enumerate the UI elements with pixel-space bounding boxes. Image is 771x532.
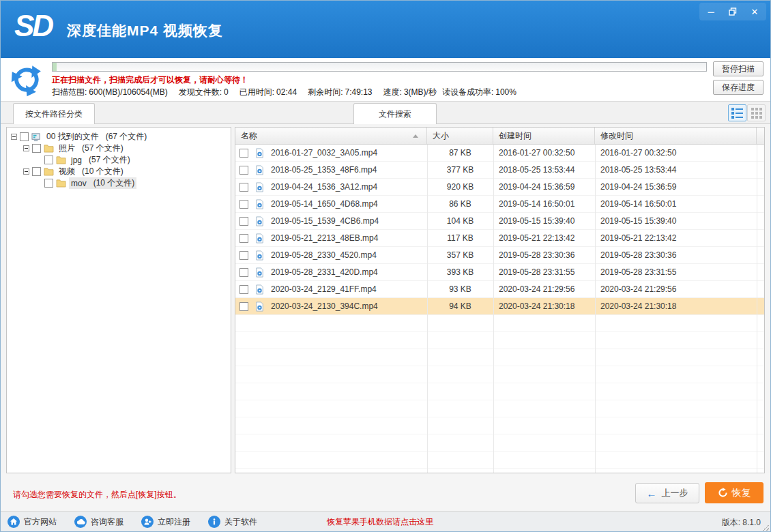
version-text: 版本: 8.1.0 (722, 517, 761, 529)
video-file-icon (254, 216, 265, 226)
tree-label: 照片(57 个文件) (57, 143, 126, 154)
close-button[interactable]: ✕ (744, 4, 765, 19)
app-title: 深度佳能MP4 视频恢复 (67, 21, 223, 40)
row-checkbox[interactable] (239, 166, 248, 175)
table-row[interactable]: 2019-05-21_2213_48EB.mp4 117 KB 2019-05-… (235, 230, 764, 247)
video-file-icon (254, 233, 265, 243)
column-header-name[interactable]: 名称 (235, 128, 427, 144)
tree-label: 00 找到的文件(67 个文件) (44, 131, 149, 143)
stat-read-success: 读设备成功率:100% (442, 87, 517, 98)
row-checkbox[interactable] (239, 234, 248, 243)
tree-checkbox[interactable] (44, 156, 53, 164)
row-checkbox[interactable] (239, 149, 248, 158)
table-row[interactable]: 2019-05-15_1539_4CB6.mp4 104 KB 2019-05-… (235, 213, 764, 230)
refresh-icon (718, 488, 728, 498)
grid-view-icon (751, 107, 763, 119)
restore-button[interactable] (723, 4, 743, 19)
file-created-time: 2019-04-24 15:36:59 (493, 182, 595, 192)
stat-speed: 速度:3(MB)/秒 (383, 87, 437, 98)
restore-icon (729, 8, 737, 16)
file-name: 2019-05-14_1650_4D68.mp4 (271, 199, 378, 209)
row-checkbox[interactable] (239, 285, 248, 294)
file-name: 2020-03-24_2130_394C.mp4 (271, 301, 378, 311)
scan-status-text: 正在扫描文件，扫描完成后才可以恢复，请耐心等待！ (52, 74, 248, 86)
tree-checkbox[interactable] (20, 132, 29, 141)
row-checkbox[interactable] (239, 217, 248, 226)
table-row[interactable]: 2018-05-25_1353_48F6.mp4 377 KB 2018-05-… (235, 162, 764, 179)
grid-view-button[interactable] (747, 104, 766, 121)
empty-row (235, 383, 764, 400)
tree-checkbox[interactable] (32, 144, 41, 153)
row-checkbox[interactable] (239, 251, 248, 260)
stat-files-found: 发现文件数:0 (179, 87, 229, 98)
row-checkbox[interactable] (239, 268, 248, 277)
tree-item-jpg[interactable]: jpg(57 个文件) (7, 154, 231, 166)
empty-row (235, 400, 764, 417)
tree-item-mov[interactable]: mov(10 个文件) (7, 177, 231, 189)
tab-by-file-path[interactable]: 按文件路径分类 (13, 103, 95, 124)
folder-icon (56, 179, 66, 188)
scan-progress-bar (52, 62, 707, 72)
file-name: 2019-04-24_1536_3A12.mp4 (271, 182, 377, 192)
file-created-time: 2018-05-25 13:53:44 (493, 165, 595, 175)
back-button[interactable]: ← 上一步 (635, 483, 699, 503)
row-checkbox[interactable] (239, 183, 248, 192)
tree-item-root[interactable]: 00 找到的文件(67 个文件) (7, 131, 231, 143)
column-header-size[interactable]: 大小 (427, 128, 493, 144)
tab-file-search[interactable]: 文件搜索 (353, 103, 437, 124)
tree-expander[interactable] (23, 145, 29, 151)
resize-grip[interactable] (763, 524, 769, 531)
row-checkbox[interactable] (239, 200, 248, 209)
file-modified-time: 2019-04-24 15:36:59 (595, 182, 757, 192)
tree-label-selected: mov(10 个文件) (69, 177, 136, 189)
tree-label: 视频(10 个文件) (57, 166, 126, 177)
register-link[interactable]: 立即注册 (141, 516, 190, 528)
column-header-modified[interactable]: 修改时间 (595, 128, 757, 144)
file-name: 2019-05-28_2331_420D.mp4 (271, 267, 378, 277)
about-software-link[interactable]: 关于软件 (208, 516, 257, 528)
column-header-created[interactable]: 创建时间 (493, 128, 595, 144)
window-controls: ─ ✕ (699, 3, 766, 20)
tree-expander[interactable] (23, 168, 29, 175)
minimize-button[interactable]: ─ (701, 4, 721, 19)
table-row[interactable]: 2020-03-24_2129_41FF.mp4 93 KB 2020-03-2… (235, 281, 764, 298)
folder-icon (56, 156, 66, 164)
table-row[interactable]: 2019-05-28_2331_420D.mp4 393 KB 2019-05-… (235, 264, 764, 281)
iphone-recovery-promo-link[interactable]: 恢复苹果手机数据请点击这里 (327, 516, 433, 528)
table-row[interactable]: 2019-04-24_1536_3A12.mp4 920 KB 2019-04-… (235, 179, 764, 196)
table-row[interactable]: 2019-05-14_1650_4D68.mp4 86 KB 2019-05-1… (235, 196, 764, 213)
file-modified-time: 2020-03-24 21:29:56 (595, 284, 757, 294)
back-arrow-icon: ← (647, 488, 657, 499)
video-file-icon (254, 267, 265, 278)
video-file-icon (254, 301, 265, 312)
file-size: 104 KB (427, 216, 493, 226)
list-view-icon (731, 107, 744, 119)
tree-checkbox[interactable] (32, 167, 41, 176)
list-view-button[interactable] (728, 104, 746, 121)
customer-service-link[interactable]: 咨询客服 (74, 516, 123, 528)
table-header: 名称 大小 创建时间 修改时间 (235, 128, 764, 145)
video-file-icon (254, 250, 265, 261)
table-row[interactable]: 2016-01-27_0032_3A05.mp4 87 KB 2016-01-2… (235, 145, 764, 162)
file-size: 87 KB (427, 148, 493, 158)
file-name: 2016-01-27_0032_3A05.mp4 (271, 148, 377, 158)
table-row[interactable]: 2020-03-24_2130_394C.mp4 94 KB 2020-03-2… (235, 298, 764, 315)
tree-item-photos[interactable]: 照片(57 个文件) (7, 143, 231, 154)
video-file-icon (254, 182, 265, 192)
folder-tree-panel: 00 找到的文件(67 个文件) 照片(57 个文件) jpg(57 个文件) … (6, 127, 231, 473)
tree-expander[interactable] (11, 134, 17, 140)
table-row[interactable]: 2019-05-28_2330_4520.mp4 357 KB 2019-05-… (235, 247, 764, 264)
row-checkbox[interactable] (239, 302, 248, 311)
file-modified-time: 2019-05-28 23:30:36 (595, 250, 757, 260)
column-header-filler (757, 128, 764, 144)
pause-scan-button[interactable]: 暂停扫描 (713, 61, 763, 76)
info-icon (208, 516, 220, 528)
file-name: 2020-03-24_2129_41FF.mp4 (271, 284, 377, 294)
official-website-link[interactable]: 官方网站 (8, 516, 57, 528)
file-name: 2019-05-15_1539_4CB6.mp4 (271, 216, 379, 226)
save-progress-button[interactable]: 保存进度 (713, 80, 763, 95)
recover-button[interactable]: 恢复 (705, 482, 763, 503)
tree-item-videos[interactable]: 视频(10 个文件) (7, 166, 231, 177)
tab-bar: 按文件路径分类 文件搜索 (1, 102, 770, 124)
tree-checkbox[interactable] (44, 179, 53, 188)
